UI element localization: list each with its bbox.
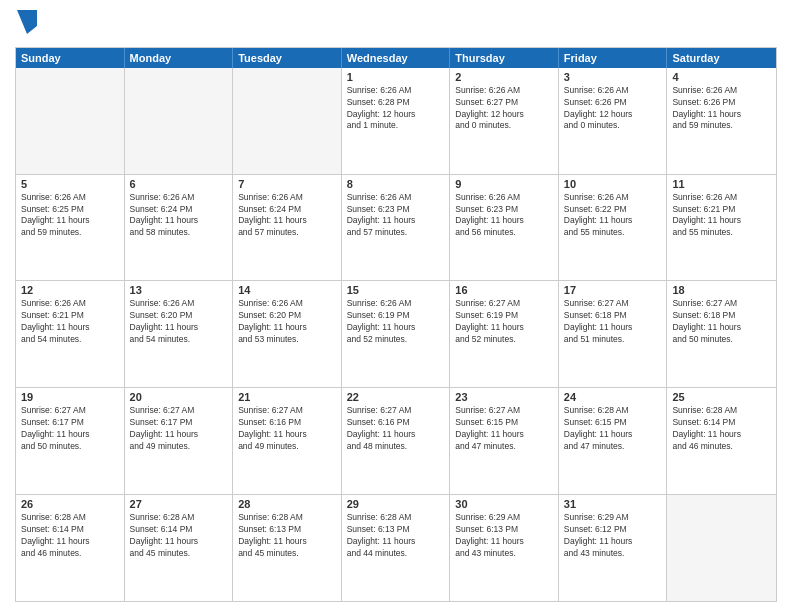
cell-day-number: 5 xyxy=(21,178,119,190)
cell-day-number: 10 xyxy=(564,178,662,190)
cell-day-number: 23 xyxy=(455,391,553,403)
calendar-row-0: 1Sunrise: 6:26 AM Sunset: 6:28 PM Daylig… xyxy=(16,68,776,174)
calendar-cell-16: 16Sunrise: 6:27 AM Sunset: 6:19 PM Dayli… xyxy=(450,281,559,387)
calendar-cell-25: 25Sunrise: 6:28 AM Sunset: 6:14 PM Dayli… xyxy=(667,388,776,494)
calendar-cell-13: 13Sunrise: 6:26 AM Sunset: 6:20 PM Dayli… xyxy=(125,281,234,387)
cell-day-info: Sunrise: 6:26 AM Sunset: 6:24 PM Dayligh… xyxy=(238,192,336,240)
cell-day-info: Sunrise: 6:27 AM Sunset: 6:17 PM Dayligh… xyxy=(21,405,119,453)
calendar-cell-7: 7Sunrise: 6:26 AM Sunset: 6:24 PM Daylig… xyxy=(233,175,342,281)
calendar-cell-23: 23Sunrise: 6:27 AM Sunset: 6:15 PM Dayli… xyxy=(450,388,559,494)
calendar-cell-11: 11Sunrise: 6:26 AM Sunset: 6:21 PM Dayli… xyxy=(667,175,776,281)
cell-day-info: Sunrise: 6:27 AM Sunset: 6:16 PM Dayligh… xyxy=(347,405,445,453)
calendar-cell-24: 24Sunrise: 6:28 AM Sunset: 6:15 PM Dayli… xyxy=(559,388,668,494)
cell-day-number: 8 xyxy=(347,178,445,190)
header-day-saturday: Saturday xyxy=(667,48,776,68)
cell-day-number: 28 xyxy=(238,498,336,510)
cell-day-number: 22 xyxy=(347,391,445,403)
header-day-tuesday: Tuesday xyxy=(233,48,342,68)
calendar-cell-20: 20Sunrise: 6:27 AM Sunset: 6:17 PM Dayli… xyxy=(125,388,234,494)
cell-day-info: Sunrise: 6:28 AM Sunset: 6:13 PM Dayligh… xyxy=(238,512,336,560)
calendar-cell-empty-0-0 xyxy=(16,68,125,174)
cell-day-number: 25 xyxy=(672,391,771,403)
logo-text xyxy=(15,10,37,39)
calendar-cell-14: 14Sunrise: 6:26 AM Sunset: 6:20 PM Dayli… xyxy=(233,281,342,387)
cell-day-number: 4 xyxy=(672,71,771,83)
cell-day-number: 24 xyxy=(564,391,662,403)
cell-day-number: 3 xyxy=(564,71,662,83)
logo xyxy=(15,10,37,39)
calendar-cell-empty-0-2 xyxy=(233,68,342,174)
cell-day-info: Sunrise: 6:26 AM Sunset: 6:26 PM Dayligh… xyxy=(672,85,771,133)
cell-day-info: Sunrise: 6:28 AM Sunset: 6:13 PM Dayligh… xyxy=(347,512,445,560)
calendar-row-3: 19Sunrise: 6:27 AM Sunset: 6:17 PM Dayli… xyxy=(16,387,776,494)
calendar-cell-empty-0-1 xyxy=(125,68,234,174)
cell-day-info: Sunrise: 6:27 AM Sunset: 6:17 PM Dayligh… xyxy=(130,405,228,453)
cell-day-info: Sunrise: 6:28 AM Sunset: 6:14 PM Dayligh… xyxy=(672,405,771,453)
cell-day-number: 27 xyxy=(130,498,228,510)
cell-day-info: Sunrise: 6:26 AM Sunset: 6:22 PM Dayligh… xyxy=(564,192,662,240)
calendar-cell-19: 19Sunrise: 6:27 AM Sunset: 6:17 PM Dayli… xyxy=(16,388,125,494)
cell-day-number: 17 xyxy=(564,284,662,296)
header xyxy=(15,10,777,39)
cell-day-number: 19 xyxy=(21,391,119,403)
calendar-cell-10: 10Sunrise: 6:26 AM Sunset: 6:22 PM Dayli… xyxy=(559,175,668,281)
cell-day-info: Sunrise: 6:29 AM Sunset: 6:13 PM Dayligh… xyxy=(455,512,553,560)
calendar-cell-21: 21Sunrise: 6:27 AM Sunset: 6:16 PM Dayli… xyxy=(233,388,342,494)
calendar-cell-1: 1Sunrise: 6:26 AM Sunset: 6:28 PM Daylig… xyxy=(342,68,451,174)
logo-icon xyxy=(17,10,37,34)
cell-day-number: 11 xyxy=(672,178,771,190)
cell-day-info: Sunrise: 6:29 AM Sunset: 6:12 PM Dayligh… xyxy=(564,512,662,560)
cell-day-info: Sunrise: 6:27 AM Sunset: 6:18 PM Dayligh… xyxy=(564,298,662,346)
calendar-cell-26: 26Sunrise: 6:28 AM Sunset: 6:14 PM Dayli… xyxy=(16,495,125,601)
calendar-cell-28: 28Sunrise: 6:28 AM Sunset: 6:13 PM Dayli… xyxy=(233,495,342,601)
calendar-header: SundayMondayTuesdayWednesdayThursdayFrid… xyxy=(16,48,776,68)
calendar-cell-2: 2Sunrise: 6:26 AM Sunset: 6:27 PM Daylig… xyxy=(450,68,559,174)
cell-day-info: Sunrise: 6:27 AM Sunset: 6:15 PM Dayligh… xyxy=(455,405,553,453)
cell-day-info: Sunrise: 6:26 AM Sunset: 6:24 PM Dayligh… xyxy=(130,192,228,240)
calendar-cell-8: 8Sunrise: 6:26 AM Sunset: 6:23 PM Daylig… xyxy=(342,175,451,281)
cell-day-number: 26 xyxy=(21,498,119,510)
header-day-monday: Monday xyxy=(125,48,234,68)
cell-day-info: Sunrise: 6:27 AM Sunset: 6:16 PM Dayligh… xyxy=(238,405,336,453)
calendar-cell-17: 17Sunrise: 6:27 AM Sunset: 6:18 PM Dayli… xyxy=(559,281,668,387)
cell-day-info: Sunrise: 6:26 AM Sunset: 6:21 PM Dayligh… xyxy=(21,298,119,346)
header-day-sunday: Sunday xyxy=(16,48,125,68)
cell-day-info: Sunrise: 6:28 AM Sunset: 6:14 PM Dayligh… xyxy=(21,512,119,560)
calendar-cell-30: 30Sunrise: 6:29 AM Sunset: 6:13 PM Dayli… xyxy=(450,495,559,601)
cell-day-info: Sunrise: 6:28 AM Sunset: 6:14 PM Dayligh… xyxy=(130,512,228,560)
cell-day-number: 21 xyxy=(238,391,336,403)
cell-day-number: 29 xyxy=(347,498,445,510)
calendar-cell-18: 18Sunrise: 6:27 AM Sunset: 6:18 PM Dayli… xyxy=(667,281,776,387)
cell-day-info: Sunrise: 6:26 AM Sunset: 6:20 PM Dayligh… xyxy=(130,298,228,346)
cell-day-info: Sunrise: 6:26 AM Sunset: 6:21 PM Dayligh… xyxy=(672,192,771,240)
calendar-cell-12: 12Sunrise: 6:26 AM Sunset: 6:21 PM Dayli… xyxy=(16,281,125,387)
cell-day-number: 15 xyxy=(347,284,445,296)
cell-day-info: Sunrise: 6:26 AM Sunset: 6:23 PM Dayligh… xyxy=(455,192,553,240)
calendar-row-1: 5Sunrise: 6:26 AM Sunset: 6:25 PM Daylig… xyxy=(16,174,776,281)
calendar-cell-29: 29Sunrise: 6:28 AM Sunset: 6:13 PM Dayli… xyxy=(342,495,451,601)
cell-day-number: 2 xyxy=(455,71,553,83)
calendar-cell-4: 4Sunrise: 6:26 AM Sunset: 6:26 PM Daylig… xyxy=(667,68,776,174)
header-day-wednesday: Wednesday xyxy=(342,48,451,68)
calendar-cell-6: 6Sunrise: 6:26 AM Sunset: 6:24 PM Daylig… xyxy=(125,175,234,281)
calendar: SundayMondayTuesdayWednesdayThursdayFrid… xyxy=(15,47,777,602)
cell-day-info: Sunrise: 6:26 AM Sunset: 6:25 PM Dayligh… xyxy=(21,192,119,240)
cell-day-number: 12 xyxy=(21,284,119,296)
calendar-body: 1Sunrise: 6:26 AM Sunset: 6:28 PM Daylig… xyxy=(16,68,776,601)
calendar-cell-31: 31Sunrise: 6:29 AM Sunset: 6:12 PM Dayli… xyxy=(559,495,668,601)
cell-day-info: Sunrise: 6:28 AM Sunset: 6:15 PM Dayligh… xyxy=(564,405,662,453)
cell-day-info: Sunrise: 6:26 AM Sunset: 6:20 PM Dayligh… xyxy=(238,298,336,346)
svg-marker-0 xyxy=(17,10,37,34)
header-day-thursday: Thursday xyxy=(450,48,559,68)
calendar-cell-9: 9Sunrise: 6:26 AM Sunset: 6:23 PM Daylig… xyxy=(450,175,559,281)
cell-day-info: Sunrise: 6:27 AM Sunset: 6:19 PM Dayligh… xyxy=(455,298,553,346)
page: SundayMondayTuesdayWednesdayThursdayFrid… xyxy=(0,0,792,612)
cell-day-number: 18 xyxy=(672,284,771,296)
cell-day-number: 7 xyxy=(238,178,336,190)
cell-day-number: 1 xyxy=(347,71,445,83)
calendar-cell-empty-4-6 xyxy=(667,495,776,601)
cell-day-number: 20 xyxy=(130,391,228,403)
cell-day-number: 30 xyxy=(455,498,553,510)
calendar-row-2: 12Sunrise: 6:26 AM Sunset: 6:21 PM Dayli… xyxy=(16,280,776,387)
calendar-cell-15: 15Sunrise: 6:26 AM Sunset: 6:19 PM Dayli… xyxy=(342,281,451,387)
